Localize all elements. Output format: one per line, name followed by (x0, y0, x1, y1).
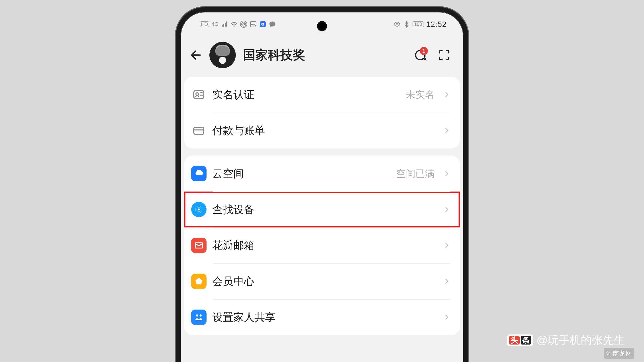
wallet-icon (191, 123, 206, 138)
svg-point-7 (396, 23, 398, 25)
network-label: 4G (212, 21, 218, 27)
member-icon (191, 274, 206, 289)
row-value: 空间已满 (396, 167, 434, 180)
page-title: 国家科技奖 (240, 47, 406, 63)
chevron-right-icon (443, 278, 450, 285)
row-label: 查找设备 (212, 203, 437, 217)
hd-badge: HD (200, 21, 209, 27)
svg-point-17 (200, 314, 202, 317)
author-handle: @玩手机的张先生 (536, 333, 625, 348)
row-value: 未实名 (406, 88, 434, 101)
gallery-icon (250, 20, 257, 28)
svg-point-1 (242, 22, 246, 26)
row-label: 付款与账单 (212, 123, 437, 138)
cloud-icon (191, 166, 206, 181)
svg-rect-10 (194, 127, 204, 134)
back-button[interactable] (188, 47, 204, 63)
chevron-right-icon (443, 127, 450, 134)
row-cloud[interactable]: 云空间 空间已满 (184, 156, 460, 192)
svg-point-14 (198, 209, 200, 210)
svg-point-6 (262, 24, 264, 25)
phone-frame: HD 4G 100 12:52 国家科技奖 1 (176, 7, 468, 362)
notifications-button[interactable]: 1 (411, 45, 430, 65)
message-icon (269, 20, 276, 28)
row-find[interactable]: 查找设备 (184, 192, 460, 227)
row-family[interactable]: 设置家人共享 (184, 299, 460, 335)
eye-icon (394, 20, 400, 28)
toutiao-logo: 头 条 (507, 335, 533, 346)
notification-badge: 1 (420, 47, 428, 55)
family-icon (191, 310, 206, 325)
chevron-right-icon (443, 170, 450, 177)
content-area: 实名认证 未实名 付款与账单 云空间 空间已满 (181, 77, 463, 362)
svg-point-0 (243, 23, 245, 25)
assistant-icon (259, 20, 266, 28)
chevron-right-icon (443, 206, 450, 213)
arrow-left-icon (190, 48, 203, 62)
title-bar: 国家科技奖 1 (181, 38, 463, 72)
row-label: 设置家人共享 (212, 310, 437, 325)
clock: 12:52 (426, 20, 446, 29)
row-label: 会员中心 (212, 274, 437, 289)
hotspot-icon (240, 20, 247, 28)
chevron-right-icon (443, 313, 450, 321)
find-icon (191, 202, 206, 217)
row-member[interactable]: 会员中心 (184, 263, 460, 299)
card-account: 实名认证 未实名 付款与账单 (184, 77, 460, 148)
watermark-author: 头 条 @玩手机的张先生 (507, 333, 625, 348)
avatar[interactable] (210, 42, 236, 68)
row-mail[interactable]: 花瓣邮箱 (184, 227, 460, 263)
row-label: 云空间 (212, 167, 390, 181)
card-services: 云空间 空间已满 查找设备 花瓣邮箱 (184, 156, 460, 335)
bluetooth-icon (403, 20, 410, 28)
svg-point-9 (196, 93, 198, 95)
scan-button[interactable] (434, 45, 454, 65)
watermark-site: 河南龙网 (604, 348, 634, 359)
row-billing[interactable]: 付款与账单 (184, 112, 460, 148)
signal-icon (221, 20, 228, 28)
row-label: 花瓣邮箱 (212, 238, 437, 253)
chevron-right-icon (443, 242, 450, 249)
mail-icon (191, 238, 206, 253)
row-label: 实名认证 (212, 88, 400, 102)
chevron-right-icon (443, 91, 450, 98)
svg-point-16 (196, 314, 198, 317)
front-camera (317, 21, 327, 31)
wifi-icon (230, 20, 238, 28)
id-card-icon (191, 87, 206, 102)
row-realname[interactable]: 实名认证 未实名 (184, 77, 460, 112)
scan-icon (438, 48, 451, 62)
battery-indicator: 100 (412, 21, 424, 27)
